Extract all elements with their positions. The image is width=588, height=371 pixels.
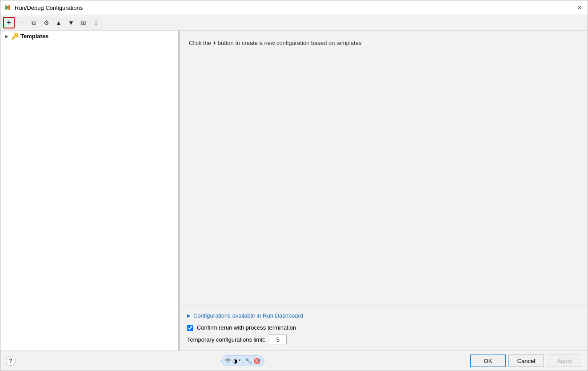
run-debug-dialog: Run/Debug Configurations ✕ + − ⧉ ⚙ ▲ ▼ ⊞… xyxy=(0,0,588,371)
temp-config-input[interactable] xyxy=(269,335,287,344)
move-down-button[interactable]: ▼ xyxy=(65,17,77,28)
templates-tree-item[interactable]: ▶ 🔑 Templates xyxy=(0,31,178,41)
confirm-rerun-row: Confirm rerun with process termination xyxy=(187,321,580,333)
ok-button[interactable]: OK xyxy=(470,355,506,367)
left-panel: ▶ 🔑 Templates xyxy=(0,31,178,351)
widget-icon-1: 中 xyxy=(225,357,231,365)
widget-icon-4: 🔧 xyxy=(245,358,252,364)
dialog-buttons-bar: ? 中 ◑ ° , 🔧 🎯 OK Cancel Apply xyxy=(0,351,588,371)
title-bar-left: Run/Debug Configurations xyxy=(4,4,83,11)
action-buttons-group: OK Cancel Apply xyxy=(470,355,582,367)
widget-separator: , xyxy=(242,358,244,364)
dialog-title: Run/Debug Configurations xyxy=(15,4,83,11)
key-icon: 🔑 xyxy=(11,32,19,40)
toolbar: + − ⧉ ⚙ ▲ ▼ ⊞ ↕ xyxy=(0,15,588,31)
remove-button[interactable]: − xyxy=(16,17,27,28)
run-dashboard-collapsible[interactable]: ▶ Configurations available in Run Dashbo… xyxy=(187,311,580,321)
run-dashboard-label: Configurations available in Run Dashboar… xyxy=(193,312,303,319)
title-bar: Run/Debug Configurations ✕ xyxy=(0,0,588,15)
expand-icon: ▶ xyxy=(4,33,9,39)
right-panel: Click the + button to create a new confi… xyxy=(180,31,588,351)
content-area: ▶ 🔑 Templates Click the + button to crea… xyxy=(0,31,588,351)
hint-plus-symbol: + xyxy=(212,40,216,46)
resize-handle[interactable] xyxy=(178,31,180,351)
confirm-rerun-checkbox[interactable] xyxy=(187,325,193,331)
temp-config-row: Temporary configurations limit: xyxy=(187,333,580,346)
sort-button-1[interactable]: ⊞ xyxy=(78,17,89,28)
move-up-button[interactable]: ▲ xyxy=(53,17,64,28)
widget-icon-5: 🎯 xyxy=(253,358,260,364)
right-main-content: Click the + button to create a new confi… xyxy=(180,31,588,306)
svg-rect-1 xyxy=(8,5,10,10)
run-debug-icon xyxy=(4,4,11,11)
corner-widget: 中 ◑ ° , 🔧 🎯 xyxy=(221,355,265,366)
bottom-section: ▶ Configurations available in Run Dashbo… xyxy=(180,306,588,351)
confirm-rerun-label: Confirm rerun with process termination xyxy=(197,324,296,331)
help-button[interactable]: ? xyxy=(6,356,16,366)
cancel-button[interactable]: Cancel xyxy=(508,355,544,367)
copy-button[interactable]: ⧉ xyxy=(28,17,40,28)
sort-button-2[interactable]: ↕ xyxy=(90,17,102,28)
close-button[interactable]: ✕ xyxy=(575,3,584,12)
widget-icon-2: ◑ xyxy=(232,358,237,364)
widget-icon-3: ° xyxy=(239,358,241,364)
settings-button[interactable]: ⚙ xyxy=(40,17,52,28)
apply-button[interactable]: Apply xyxy=(547,355,582,367)
templates-label: Templates xyxy=(20,33,48,40)
add-button[interactable]: + xyxy=(3,17,15,28)
temp-config-label: Temporary configurations limit: xyxy=(187,336,265,343)
hint-text: Click the + button to create a new confi… xyxy=(189,40,361,46)
collapsible-arrow-icon: ▶ xyxy=(187,313,191,318)
